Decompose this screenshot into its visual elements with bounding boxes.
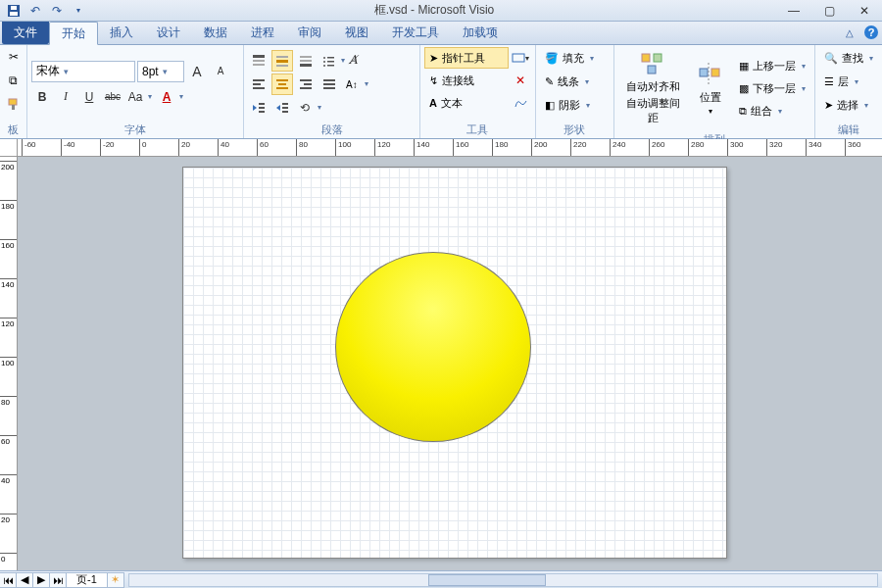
increase-indent-button[interactable] xyxy=(271,97,293,119)
font-color-button[interactable]: A xyxy=(157,86,186,108)
minimize-button[interactable]: — xyxy=(776,0,811,22)
position-icon xyxy=(698,63,723,88)
cut-icon[interactable]: ✂ xyxy=(4,47,24,67)
undo-icon[interactable]: ↶ xyxy=(25,2,45,20)
rectangle-tool-button[interactable]: ▾ xyxy=(510,47,531,69)
scrollbar-thumb[interactable] xyxy=(428,574,546,586)
italic-button[interactable]: I xyxy=(55,86,76,108)
font-size-combo[interactable]: 8pt▾ xyxy=(137,61,184,82)
align-right-button[interactable] xyxy=(295,74,317,95)
svg-rect-28 xyxy=(300,79,312,81)
ribbon-minimize-icon[interactable]: △ xyxy=(839,22,860,43)
text-tool-button[interactable]: A文本 xyxy=(424,92,509,114)
ribbon: ✂ ⧉ 板 宋体▾ 8pt▾ A A B I U abc Aa xyxy=(0,45,882,139)
maximize-button[interactable]: ▢ xyxy=(811,0,847,22)
connector-x-button[interactable]: ✕ xyxy=(510,70,531,91)
bullets-button[interactable] xyxy=(318,50,348,72)
window-controls: — ▢ ✕ xyxy=(776,0,882,22)
svg-rect-29 xyxy=(304,83,312,85)
decrease-indent-button[interactable] xyxy=(248,97,270,119)
shape-ellipse[interactable] xyxy=(335,252,531,442)
svg-rect-10 xyxy=(276,56,288,58)
tab-file[interactable]: 文件 xyxy=(2,22,49,44)
drawing-page[interactable] xyxy=(182,167,727,559)
align-top-button[interactable] xyxy=(248,50,270,72)
select-button[interactable]: ➤选择▾ xyxy=(819,94,878,116)
autoalign-l1: 自动对齐和 xyxy=(626,79,680,94)
tab-addins[interactable]: 加载项 xyxy=(451,22,510,44)
title-bar: ↶ ↷ ▾ 框.vsd - Microsoft Visio — ▢ ✕ xyxy=(0,0,882,22)
prev-page-button[interactable]: ◀ xyxy=(16,572,33,588)
svg-rect-8 xyxy=(253,60,265,62)
find-button[interactable]: 🔍查找▾ xyxy=(819,47,878,69)
send-backward-button[interactable]: ▩下移一层▾ xyxy=(734,78,810,100)
fill-button[interactable]: 🪣填充▾ xyxy=(540,47,610,69)
shrink-font-button[interactable]: A xyxy=(210,61,231,82)
binoculars-icon: 🔍 xyxy=(824,52,838,65)
svg-rect-12 xyxy=(276,65,288,67)
line-button[interactable]: ✎线条▾ xyxy=(540,71,610,92)
svg-rect-22 xyxy=(253,79,265,81)
tab-review[interactable]: 审阅 xyxy=(286,22,333,44)
ruler-horizontal[interactable]: -60-40-200204060801001201401601802002202… xyxy=(18,139,882,157)
bring-forward-button[interactable]: ▦上移一层▾ xyxy=(734,56,810,77)
next-page-button[interactable]: ▶ xyxy=(32,572,50,588)
qat-dropdown-icon[interactable]: ▾ xyxy=(69,2,88,20)
bold-button[interactable]: B xyxy=(31,86,53,108)
help-icon[interactable]: ? xyxy=(860,22,882,43)
change-case-button[interactable]: Aa xyxy=(125,86,155,108)
tab-design[interactable]: 设计 xyxy=(145,22,192,44)
tab-process[interactable]: 进程 xyxy=(239,22,286,44)
align-center-button[interactable] xyxy=(271,74,293,95)
connector-label: 连接线 xyxy=(442,74,474,88)
shadow-button[interactable]: ◧阴影▾ xyxy=(540,94,610,116)
align-middle-button[interactable] xyxy=(271,50,293,72)
group-icon: ⧉ xyxy=(739,105,747,118)
svg-rect-23 xyxy=(253,83,261,85)
connector-tool-button[interactable]: ↯连接线 xyxy=(424,70,509,91)
ruler-corner xyxy=(0,139,18,156)
font-name-combo[interactable]: 宋体▾ xyxy=(31,61,135,82)
svg-text:A↕: A↕ xyxy=(346,79,358,90)
svg-rect-9 xyxy=(253,64,265,66)
canvas[interactable] xyxy=(18,157,882,570)
redo-icon[interactable]: ↷ xyxy=(47,2,67,20)
save-icon[interactable] xyxy=(4,2,24,20)
tab-insert[interactable]: 插入 xyxy=(98,22,145,44)
rotate-text-button[interactable]: ⟲ xyxy=(295,97,324,119)
new-page-button[interactable]: ✶ xyxy=(107,572,124,588)
find-label: 查找 xyxy=(842,51,863,66)
align-left-button[interactable] xyxy=(248,74,270,95)
pointer-tool-button[interactable]: ➤指针工具 xyxy=(424,47,509,69)
svg-rect-37 xyxy=(259,111,265,113)
close-button[interactable]: ✕ xyxy=(847,0,882,22)
bucket-icon: 🪣 xyxy=(545,52,559,65)
layers-button[interactable]: ☰层▾ xyxy=(819,71,878,92)
freeform-tool-button[interactable] xyxy=(510,92,531,114)
first-page-button[interactable]: ⏮ xyxy=(0,572,17,588)
ruler-vertical[interactable]: 200180160140120100806040200 xyxy=(0,157,18,570)
group-clipboard: ✂ ⧉ 板 xyxy=(0,45,27,138)
underline-button[interactable]: U xyxy=(78,86,100,108)
last-page-button[interactable]: ⏭ xyxy=(49,572,67,588)
align-bottom-button[interactable] xyxy=(295,50,317,72)
text-icon: A xyxy=(429,97,437,109)
position-button[interactable]: 位置▾ xyxy=(691,58,730,121)
text-direction-button[interactable]: A↕ xyxy=(342,74,371,95)
group-button[interactable]: ⧉组合▾ xyxy=(734,101,810,122)
format-painter-icon[interactable] xyxy=(4,94,24,114)
tab-view[interactable]: 视图 xyxy=(333,22,380,44)
strike-button[interactable]: abc xyxy=(102,86,123,108)
autoalign-button[interactable]: 自动对齐和 自动调整间距 xyxy=(618,47,689,130)
horizontal-scrollbar[interactable] xyxy=(128,573,878,587)
copy-icon[interactable]: ⧉ xyxy=(4,71,24,90)
tab-developer[interactable]: 开发工具 xyxy=(380,22,451,44)
ribbon-tabs: 文件 开始 插入 设计 数据 进程 审阅 视图 开发工具 加载项 △ ? xyxy=(0,22,882,45)
page-tab-1[interactable]: 页-1 xyxy=(66,572,108,588)
svg-point-16 xyxy=(323,57,325,59)
tab-data[interactable]: 数据 xyxy=(192,22,239,44)
tab-home[interactable]: 开始 xyxy=(49,22,98,45)
grow-font-button[interactable]: A xyxy=(186,61,208,82)
svg-rect-43 xyxy=(654,54,662,62)
justify-button[interactable] xyxy=(318,74,340,95)
